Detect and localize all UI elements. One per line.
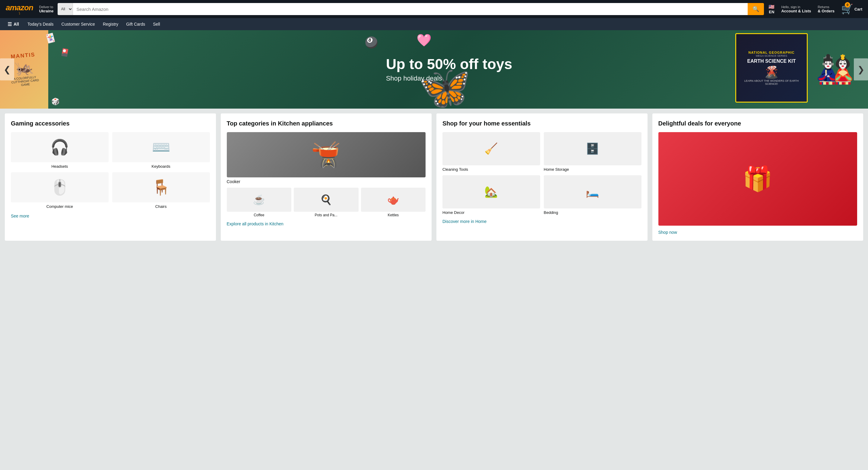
gaming-card-title: Gaming accessories — [11, 120, 210, 127]
nav-item-sell[interactable]: Sell — [150, 19, 163, 29]
coffee-image: ☕ — [227, 188, 292, 212]
account-greeting: Hello, sign in — [781, 5, 811, 9]
home-item-decor[interactable]: 🏡 Home Decor — [442, 175, 540, 215]
home-discover-link[interactable]: Discover more in Home — [442, 219, 642, 224]
hero-subtitle: Shop holiday deals — [386, 74, 513, 82]
nav-all-button[interactable]: ☰ All — [4, 19, 23, 30]
hero-prev-button[interactable]: ❮ — [0, 59, 14, 81]
hero-title: Up to 50% off toys — [386, 56, 513, 72]
home-card-title: Shop for your home essentials — [442, 120, 642, 127]
kitchen-card: Top categories in Kitchen appliances 🫕 C… — [221, 114, 432, 241]
search-category-select[interactable]: All — [58, 3, 73, 15]
home-storage-image: 🗄️ — [544, 132, 642, 165]
deliver-country: Ukraine — [39, 9, 54, 13]
kitchen-explore-link[interactable]: Explore all products in Kitchen — [227, 221, 426, 226]
hero-next-button[interactable]: ❯ — [854, 59, 868, 81]
home-card: Shop for your home essentials 🧹 Cleaning… — [436, 114, 648, 241]
bedding-label: Bedding — [544, 210, 642, 215]
returns-link[interactable]: Returns & Orders — [815, 4, 837, 15]
deals-card: Delightful deals for everyone 🎁 Shop now — [652, 114, 864, 241]
nav-item-gift-cards[interactable]: Gift Cards — [123, 19, 148, 29]
hero-natgeo-box: NATIONAL GEOGRAPHIC MEGA SCIENCE SERIES … — [735, 33, 808, 102]
search-icon: 🔍 — [752, 6, 759, 12]
mice-label: Computer mice — [46, 204, 73, 209]
kettles-label: Kettles — [388, 213, 399, 217]
returns-label: Returns — [818, 5, 835, 9]
hamburger-icon: ☰ — [7, 22, 12, 27]
chairs-image: 🪑 — [112, 172, 210, 202]
cleaning-tools-label: Cleaning Tools — [442, 167, 540, 171]
header: amazon ⤵ Deliver to Ukraine All 🔍 🇺🇸 EN … — [0, 0, 868, 18]
account-label: Account & Lists — [781, 9, 811, 13]
pots-label: Pots and Pa... — [315, 213, 338, 217]
search-bar: All 🔍 — [58, 3, 764, 15]
cooker-label[interactable]: Cooker — [227, 179, 426, 184]
bedding-image: 🛏️ — [544, 175, 642, 209]
kitchen-card-title: Top categories in Kitchen appliances — [227, 120, 426, 127]
home-decor-image: 🏡 — [442, 175, 540, 209]
gaming-grid: 🎧 Headsets ⌨️ Keyboards 🖱️ Computer mice… — [11, 132, 210, 209]
gaming-see-more-link[interactable]: See more — [11, 214, 210, 218]
chairs-label: Chairs — [155, 204, 167, 209]
mice-image: 🖱️ — [11, 172, 108, 202]
amazon-logo[interactable]: amazon ⤵ — [4, 2, 35, 16]
keyboards-image: ⌨️ — [112, 132, 210, 162]
cooker-emoji: 🫕 — [311, 140, 341, 169]
search-button[interactable]: 🔍 — [748, 3, 764, 15]
language-code: EN — [769, 10, 774, 14]
kitchen-item-coffee[interactable]: ☕ Coffee — [227, 188, 292, 217]
keyboards-label: Keyboards — [152, 164, 170, 169]
cleaning-tools-image: 🧹 — [442, 132, 540, 165]
hero-card-decor-2: 🎴 — [60, 48, 70, 58]
home-decor-label: Home Decor — [442, 210, 540, 215]
deals-emoji: 🎁 — [743, 165, 773, 193]
logo-text: amazon — [6, 4, 33, 11]
home-item-storage[interactable]: 🗄️ Home Storage — [544, 132, 642, 171]
kettles-image: 🫖 — [361, 188, 426, 212]
hero-ornament-2: 🩷 — [416, 33, 432, 48]
logo-smile: ⤵ — [19, 11, 20, 15]
nav-item-registry[interactable]: Registry — [99, 19, 122, 29]
deliver-to[interactable]: Deliver to Ukraine — [38, 4, 55, 15]
deals-image[interactable]: 🎁 — [658, 132, 858, 226]
hero-card-decor-3: 🎲 — [51, 97, 60, 106]
nav-all-label: All — [13, 22, 19, 27]
account-menu[interactable]: Hello, sign in Account & Lists — [779, 4, 813, 15]
home-item-cleaning[interactable]: 🧹 Cleaning Tools — [442, 132, 540, 171]
pots-image: 🍳 — [294, 188, 359, 212]
navbar: ☰ All Today's Deals Customer Service Reg… — [0, 18, 868, 30]
gaming-card: Gaming accessories 🎧 Headsets ⌨️ Keyboar… — [5, 114, 216, 241]
deals-shop-now-link[interactable]: Shop now — [658, 230, 858, 235]
cooker-image[interactable]: 🫕 — [227, 132, 426, 177]
main-content: Gaming accessories 🎧 Headsets ⌨️ Keyboar… — [0, 108, 868, 246]
kitchen-item-kettles[interactable]: 🫖 Kettles — [361, 188, 426, 217]
kitchen-item-pots[interactable]: 🍳 Pots and Pa... — [294, 188, 359, 217]
search-input[interactable] — [73, 3, 748, 15]
gaming-item-mice[interactable]: 🖱️ Computer mice — [11, 172, 108, 209]
kitchen-sub-grid: ☕ Coffee 🍳 Pots and Pa... 🫖 Kettles — [227, 188, 426, 217]
deliver-label: Deliver to — [39, 5, 54, 9]
flag-icon: 🇺🇸 — [769, 4, 775, 10]
home-storage-label: Home Storage — [544, 167, 642, 171]
hero-ornament-1: 🎱 — [365, 36, 378, 49]
language-selector[interactable]: 🇺🇸 EN — [766, 2, 777, 16]
home-grid: 🧹 Cleaning Tools 🗄️ Home Storage 🏡 Home … — [442, 132, 642, 215]
nav-item-todays-deals[interactable]: Today's Deals — [24, 19, 57, 29]
nav-item-customer-service[interactable]: Customer Service — [58, 19, 98, 29]
headsets-image: 🎧 — [11, 132, 108, 162]
gaming-item-headsets[interactable]: 🎧 Headsets — [11, 132, 108, 169]
home-item-bedding[interactable]: 🛏️ Bedding — [544, 175, 642, 215]
orders-label: & Orders — [818, 9, 835, 13]
deals-card-title: Delightful deals for everyone — [658, 120, 858, 127]
coffee-label: Coffee — [254, 213, 264, 217]
headsets-label: Headsets — [51, 164, 68, 169]
cart-count: 0 — [845, 2, 850, 7]
gaming-item-chairs[interactable]: 🪑 Chairs — [112, 172, 210, 209]
gaming-item-keyboards[interactable]: ⌨️ Keyboards — [112, 132, 210, 169]
cart[interactable]: 🛒 0 Cart — [839, 2, 864, 16]
hero-banner: MANTIS 🦗 A COLORFULLY CUTTHROAT CARD GAM… — [0, 30, 868, 108]
hero-content: Up to 50% off toys Shop holiday deals — [374, 51, 525, 89]
cart-label: Cart — [855, 7, 862, 11]
